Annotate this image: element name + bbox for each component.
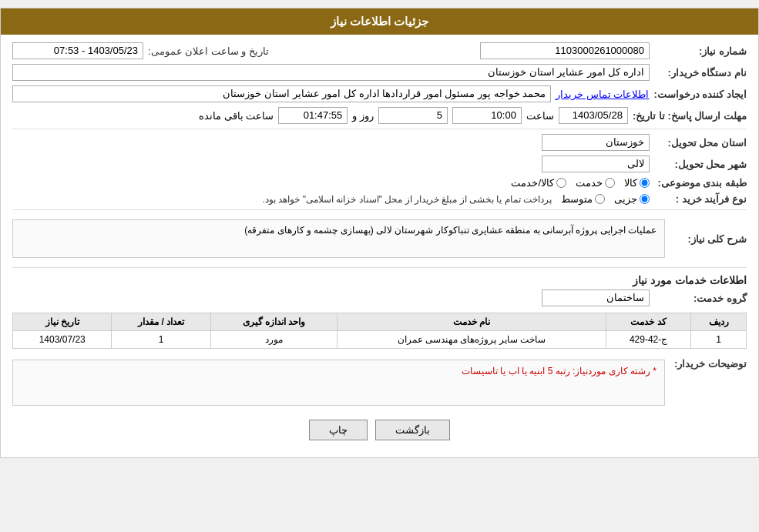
label-tarikh: تاریخ و ساعت اعلان عمومی: (148, 45, 269, 57)
page-title: جزئیات اطلاعات نیاز (331, 15, 428, 28)
row-groheKhedmat: گروه خدمت: ساختمان (12, 289, 747, 306)
label-sharhKoli: شرح کلی نیاز: (670, 233, 747, 245)
th-kodKhedmat: کد خدمت (606, 313, 691, 331)
label-tabaghebandi: طبقه بندی موضوعی: (654, 177, 747, 189)
divider-3 (12, 267, 747, 268)
value-ostan: خوزستان (542, 134, 650, 151)
label-namDastgah: نام دستگاه خریدار: (654, 67, 747, 79)
th-tarikh: تاریخ نیاز (13, 313, 112, 331)
th-vahed: واحد اندازه گیری (210, 313, 337, 331)
btn-bazgasht[interactable]: بازگشت (375, 420, 450, 440)
row-ostan: استان محل تحویل: خوزستان (12, 134, 747, 151)
td-tarikh: 1403/07/23 (13, 331, 112, 349)
radio-tabaghebandi: کالا/خدمت خدمت کالا (511, 177, 650, 189)
radio-khedmat: خدمت (576, 177, 615, 189)
value-mohlat-saat: 10:00 (452, 107, 522, 124)
btn-chap[interactable]: چاپ (309, 420, 368, 440)
label-mande: ساعت باقی مانده (199, 110, 274, 122)
radio-jozi-input[interactable] (640, 194, 650, 204)
page-header: جزئیات اطلاعات نیاز (1, 8, 758, 35)
td-vahed: مورد (210, 331, 337, 349)
th-radif: ردیف (691, 313, 747, 331)
value-shahr: لالی (542, 156, 650, 172)
td-kodKhedmat: ج-42-429 (606, 331, 691, 349)
page-wrapper: جزئیات اطلاعات نیاز شماره نیاز: 11030002… (0, 8, 759, 458)
label-ijadKonande: ایجاد کننده درخواست: (653, 89, 747, 100)
value-shomareNiaz: 1103000261000080 (480, 42, 650, 59)
footer-buttons: بازگشت چاپ (12, 420, 747, 440)
table-row: 1ج-42-429ساخت سایر پروژه‌های مهندسی عمرا… (13, 331, 747, 349)
content-area: شماره نیاز: 1103000261000080 تاریخ و ساع… (1, 35, 758, 457)
divider-1 (12, 129, 747, 129)
label-saat: ساعت (526, 110, 554, 122)
radio-khedmat-label: خدمت (576, 177, 603, 189)
label-noeFarayand: نوع فرآیند خرید : (654, 193, 747, 205)
label-shahr: شهر محل تحویل: (654, 159, 747, 170)
label-groheKhedmat: گروه خدمت: (654, 293, 747, 304)
label-mohlat: مهلت ارسال پاسخ: تا تاریخ: (633, 110, 747, 122)
row-ijadKonande: ایجاد کننده درخواست: اطلاعات تماس خریدار… (12, 85, 747, 102)
khadamat-table: ردیف کد خدمت نام خدمت واحد اندازه گیری ت… (12, 313, 747, 349)
radio-jozi: جزیی (614, 193, 650, 205)
row-shahr: شهر محل تحویل: لالی (12, 156, 747, 172)
row-namDastgah: نام دستگاه خریدار: اداره کل امور عشایر ا… (12, 64, 747, 81)
value-namDastgah: اداره کل امور عشایر استان خوزستان (12, 64, 650, 81)
th-namKhedmat: نام خدمت (338, 313, 606, 331)
label-shomareNiaz: شماره نیاز: (654, 45, 747, 57)
value-sharhKoli: عملیات اجرایی پروژه آبرسانی به منطقه عشا… (12, 219, 665, 258)
radio-motavasset-label: متوسط (561, 193, 593, 205)
value-mohlat-roz: 5 (378, 107, 448, 124)
value-groheKhedmat: ساختمان (542, 289, 650, 306)
radio-jozi-label: جزیی (614, 193, 637, 205)
value-mohlat-mande: 01:47:55 (278, 107, 348, 124)
link-etelaatTamas[interactable]: اطلاعات تماس خریدار (556, 89, 649, 100)
tawsihat-note: * رشته کاری موردنیاز: رتبه 5 ابنیه یا اب… (462, 366, 657, 376)
radio-noeFarayand: پرداخت تمام یا بخشی از مبلغ خریدار از مح… (263, 193, 650, 205)
row-tabaghebandi: طبقه بندی موضوعی: کالا/خدمت خدمت کالا (12, 177, 747, 189)
row-mohlat: مهلت ارسال پاسخ: تا تاریخ: 1403/05/28 سا… (12, 107, 747, 124)
row-sharhKoli: شرح کلی نیاز: عملیات اجرایی پروژه آبرسان… (12, 215, 747, 263)
value-mohlat-date: 1403/05/28 (559, 107, 628, 124)
radio-kala-input[interactable] (640, 178, 650, 188)
radio-khedmat-input[interactable] (605, 178, 615, 188)
td-namKhedmat: ساخت سایر پروژه‌های مهندسی عمران (338, 331, 606, 349)
section-khadamat: اطلاعات خدمات مورد نیاز (12, 274, 747, 286)
td-tedad: 1 (112, 331, 210, 349)
label-ostan: استان محل تحویل: (654, 137, 747, 149)
row-shomareNiaz: شماره نیاز: 1103000261000080 تاریخ و ساع… (12, 42, 747, 59)
farayand-desc: پرداخت تمام یا بخشی از مبلغ خریدار از مح… (263, 194, 552, 205)
row-tawsihat: توضیحات خریدار: * رشته کاری موردنیاز: رت… (12, 355, 747, 410)
radio-motavasset: متوسط (561, 193, 605, 205)
td-radif: 1 (691, 331, 747, 349)
radio-kala-khedmat-label: کالا/خدمت (511, 177, 554, 189)
row-noeFarayand: نوع فرآیند خرید : پرداخت تمام یا بخشی از… (12, 193, 747, 205)
value-ijadKonande: محمد خواجه پور مسئول امور قراردادها ادار… (12, 85, 551, 102)
label-roz: روز و (352, 110, 374, 122)
radio-kala-label: کالا (624, 177, 637, 189)
label-tawsihat: توضیحات خریدار: (670, 355, 747, 370)
th-tedad: تعداد / مقدار (112, 313, 210, 331)
divider-2 (12, 209, 747, 210)
radio-motavasset-input[interactable] (595, 194, 605, 204)
radio-kala: کالا (624, 177, 650, 189)
khadamat-table-section: ردیف کد خدمت نام خدمت واحد اندازه گیری ت… (12, 313, 747, 349)
value-tarikh: 1403/05/23 - 07:53 (12, 42, 143, 59)
radio-kala-khedmat-input[interactable] (556, 178, 566, 188)
radio-kala-khedmat: کالا/خدمت (511, 177, 566, 189)
